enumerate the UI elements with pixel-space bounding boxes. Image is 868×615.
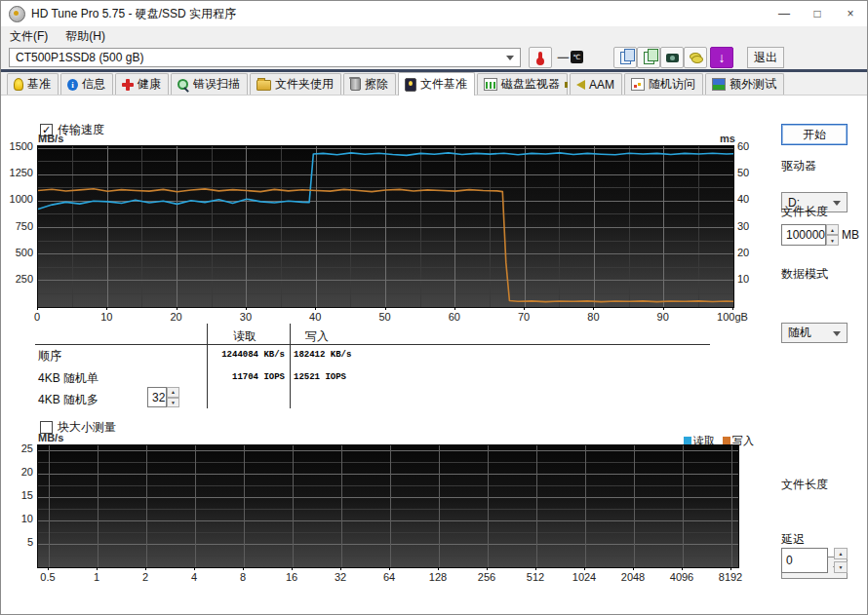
tab-folder-usage[interactable]: 文件夹使用 <box>250 73 341 95</box>
copy-image-button[interactable] <box>637 47 660 68</box>
read-4kb-single-value: 11704 IOPS <box>210 372 285 382</box>
spin-down-button[interactable]: ▼ <box>167 398 179 408</box>
transfer-speed-chart <box>37 145 734 308</box>
exit-button[interactable]: 退出 <box>747 47 784 68</box>
chevron-down-icon <box>833 331 841 336</box>
extra-tests-icon <box>712 78 726 91</box>
tab-label: 磁盘监视器 <box>501 76 560 93</box>
tab-erase[interactable]: 擦除 <box>343 73 396 95</box>
table-header-read: 读取 <box>233 328 256 345</box>
tab-health[interactable]: 健康 <box>115 73 169 95</box>
copy-icon <box>620 52 631 64</box>
drive-select-value: CT500P1SSD8 (500 gB) <box>16 51 143 64</box>
transfer-speed-plot-svg <box>38 146 733 307</box>
hd-tune-window: HD Tune Pro 5.75 - 硬盘/SSD 实用程序 — □ × 文件(… <box>0 0 868 615</box>
write-4kb-single-value: 12521 IOPS <box>294 372 352 382</box>
close-icon: × <box>847 7 853 20</box>
download-button[interactable]: ↓ <box>710 47 733 68</box>
maximize-icon: □ <box>813 7 820 20</box>
delay-label: 延迟 <box>781 531 805 548</box>
download-arrow-icon: ↓ <box>719 50 726 65</box>
temperature-button[interactable] <box>529 47 552 68</box>
table-row-label: 4KB 随机单 <box>38 370 99 387</box>
spin-down-button[interactable]: ▼ <box>826 235 839 246</box>
chevron-down-icon <box>506 56 514 60</box>
block-size-checkbox-label: 块大小测量 <box>58 419 116 436</box>
thermometer-icon <box>538 52 542 63</box>
data-mode-value: 随机 <box>788 325 811 341</box>
tab-file-benchmark[interactable]: 文件基准 <box>398 72 475 96</box>
drive-label: 驱动器 <box>781 158 816 174</box>
table-row-label: 4KB 随机多 <box>38 392 99 408</box>
data-mode-label: 数据模式 <box>781 266 828 283</box>
block-size-chart <box>37 444 739 568</box>
save-button[interactable] <box>684 47 707 68</box>
save-icon <box>690 53 701 62</box>
tab-label: 随机访问 <box>649 76 695 93</box>
copy-text-button[interactable] <box>613 47 637 68</box>
tab-random-access[interactable]: 随机访问 <box>624 73 703 95</box>
random-access-icon <box>631 78 645 91</box>
camera-icon <box>666 54 679 62</box>
tab-label: 信息 <box>82 76 105 93</box>
screenshot-button[interactable] <box>660 47 684 68</box>
info-icon <box>67 79 78 91</box>
tab-label: 擦除 <box>365 76 388 93</box>
spin-up-button[interactable]: ▲ <box>826 224 839 235</box>
window-title: HD Tune Pro 5.75 - 硬盘/SSD 实用程序 <box>31 6 236 22</box>
file-length-label: 文件长度 <box>781 204 828 220</box>
file-length-value[interactable]: 100000 <box>781 224 826 246</box>
temperature-value: 一 <box>557 50 570 67</box>
tab-label: 健康 <box>138 76 161 93</box>
delay-spinner[interactable]: ▲ ▼ <box>834 548 848 573</box>
top-chart-right-axis-unit: ms <box>720 133 735 144</box>
queue-depth-value[interactable]: 32 <box>147 387 167 407</box>
tab-info[interactable]: 信息 <box>60 73 113 95</box>
tab-extra-tests[interactable]: 额外测试 <box>705 73 784 95</box>
block-size-plot-svg <box>38 445 738 567</box>
speaker-icon <box>576 80 585 90</box>
file-benchmark-icon <box>405 78 416 92</box>
window-controls: — □ × <box>768 1 867 26</box>
menu-help[interactable]: 帮助(H) <box>57 26 114 46</box>
bottom-chart-axis-unit: MB/s <box>38 432 63 443</box>
spin-down-button[interactable]: ▼ <box>834 561 848 573</box>
table-divider <box>207 324 208 408</box>
top-chart-left-axis-unit: MB/s <box>38 133 63 144</box>
transfer-speed-checkbox-label: 传输速度 <box>58 122 104 138</box>
table-row-label: 顺序 <box>38 348 61 365</box>
queue-depth-spinner[interactable]: 32 ▲ ▼ <box>147 387 179 407</box>
temperature-unit: ℃ <box>571 51 583 63</box>
table-header-write: 写入 <box>305 328 329 345</box>
tab-disk-monitor[interactable]: 磁盘监视器 <box>477 73 568 95</box>
maximize-button[interactable]: □ <box>801 1 834 26</box>
minimize-button[interactable]: — <box>768 1 801 26</box>
start-button[interactable]: 开始 <box>781 124 848 145</box>
tab-benchmark[interactable]: 基准 <box>7 73 59 95</box>
read-legend-swatch <box>684 437 691 444</box>
read-sequential-value: 1244084 KB/s <box>210 350 285 360</box>
tab-label: 错误扫描 <box>193 76 240 93</box>
table-divider <box>35 344 710 345</box>
spin-up-button[interactable]: ▲ <box>834 548 848 559</box>
chevron-down-icon <box>833 201 841 206</box>
magnifier-icon <box>178 79 189 91</box>
tab-bar: 基准信息健康错误扫描文件夹使用擦除文件基准磁盘监视器AAM随机访问额外测试 <box>1 72 867 96</box>
drive-select-combobox[interactable]: CT500P1SSD8 (500 gB) <box>9 48 521 67</box>
file-length-unit: MB <box>842 228 859 242</box>
titlebar: HD Tune Pro 5.75 - 硬盘/SSD 实用程序 — □ × <box>1 1 867 26</box>
file-length-spinner[interactable]: 100000 ▲ ▼ <box>781 224 839 246</box>
folder-icon <box>256 80 271 91</box>
data-mode-combobox[interactable]: 随机 <box>781 323 848 343</box>
close-button[interactable]: × <box>834 1 867 26</box>
spin-up-button[interactable]: ▲ <box>167 387 179 398</box>
app-icon <box>9 6 25 22</box>
menu-file[interactable]: 文件(F) <box>1 26 57 46</box>
trash-icon <box>350 78 361 91</box>
menubar: 文件(F) 帮助(H) <box>1 26 867 46</box>
write-sequential-value: 182412 KB/s <box>294 350 352 360</box>
tab-error-scan[interactable]: 错误扫描 <box>171 73 248 95</box>
tab-aam[interactable]: AAM <box>570 73 622 95</box>
delay-input[interactable]: 0 <box>781 548 828 573</box>
tab-label: 文件基准 <box>420 76 467 93</box>
